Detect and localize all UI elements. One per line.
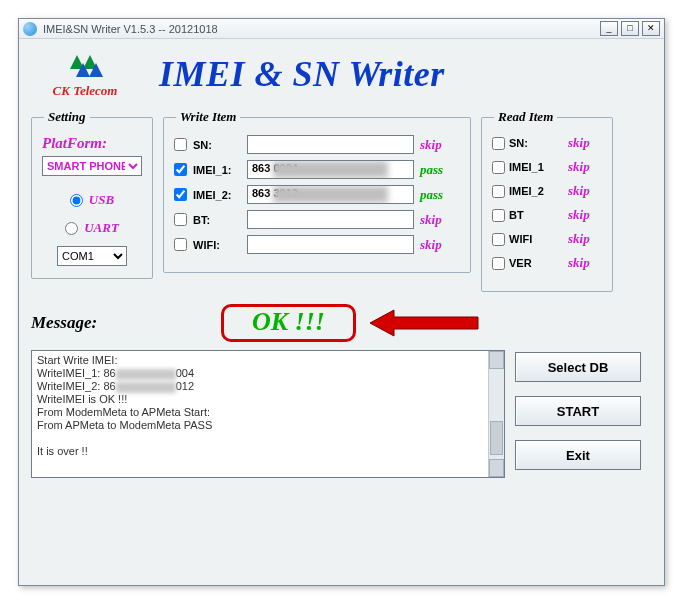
read-check[interactable] (492, 185, 505, 198)
logo-icon (55, 49, 115, 81)
read-check[interactable] (492, 257, 505, 270)
write-field[interactable] (247, 210, 414, 229)
usb-radio[interactable]: USB (70, 192, 114, 208)
log-line: From APMeta to ModemMeta PASS (37, 419, 499, 432)
write-field[interactable]: 863 3012 (247, 185, 414, 204)
message-row: Message: OK !!! (31, 304, 652, 342)
write-field[interactable] (247, 135, 414, 154)
log-line: WriteIMEI_2: 86012 (37, 380, 499, 393)
write-row: IMEI_2:863 3012pass (174, 185, 460, 204)
read-check[interactable] (492, 137, 505, 150)
read-status: skip (568, 231, 602, 247)
logo: CK Telecom (31, 49, 139, 99)
log-line: WriteIMEI_1: 86004 (37, 367, 499, 380)
write-status: skip (420, 137, 460, 153)
message-label: Message: (31, 313, 155, 333)
read-row: BTskip (492, 207, 602, 223)
write-check[interactable] (174, 213, 187, 226)
com-select[interactable]: COM1 (57, 246, 127, 266)
write-status: pass (420, 187, 460, 203)
titlebar: IMEI&SN Writer V1.5.3 -- 20121018 _ □ ✕ (19, 19, 664, 39)
app-title: IMEI & SN Writer (159, 53, 445, 95)
setting-legend: Setting (44, 109, 90, 125)
read-status: skip (568, 135, 602, 151)
read-row: WIFIskip (492, 231, 602, 247)
write-status: skip (420, 212, 460, 228)
read-status: skip (568, 183, 602, 199)
write-group: Write Item SN:skipIMEI_1:863 0004passIME… (163, 109, 471, 273)
ok-text: OK !!! (252, 307, 325, 336)
arrow-icon (370, 308, 480, 338)
scrollbar[interactable] (488, 351, 504, 477)
read-legend: Read Item (494, 109, 557, 125)
uart-radio[interactable]: UART (65, 220, 119, 236)
log-line: WriteIMEI is OK !!! (37, 393, 499, 406)
write-label: SN: (193, 139, 241, 151)
log-line: It is over !! (37, 445, 499, 458)
write-row: IMEI_1:863 0004pass (174, 160, 460, 179)
write-check[interactable] (174, 163, 187, 176)
scrollbar-thumb[interactable] (490, 421, 503, 455)
select-db-button[interactable]: Select DB (515, 352, 641, 382)
log-line: From ModemMeta to APMeta Start: (37, 406, 499, 419)
read-group: Read Item SN:skipIMEI_1skipIMEI_2skipBTs… (481, 109, 613, 292)
read-label: WIFI (509, 233, 564, 245)
write-row: WIFI:skip (174, 235, 460, 254)
read-label: SN: (509, 137, 564, 149)
read-row: SN:skip (492, 135, 602, 151)
read-label: IMEI_2 (509, 185, 564, 197)
maximize-button[interactable]: □ (621, 21, 639, 36)
write-field[interactable]: 863 0004 (247, 160, 414, 179)
write-field[interactable] (247, 235, 414, 254)
write-row: BT:skip (174, 210, 460, 229)
read-check[interactable] (492, 233, 505, 246)
log-line: Start Write IMEI: (37, 354, 499, 367)
message-log[interactable]: Start Write IMEI: WriteIMEI_1: 86004 Wri… (31, 350, 505, 478)
write-label: IMEI_2: (193, 189, 241, 201)
close-button[interactable]: ✕ (642, 21, 660, 36)
svg-marker-4 (370, 310, 478, 336)
read-label: IMEI_1 (509, 161, 564, 173)
read-status: skip (568, 207, 602, 223)
read-label: VER (509, 257, 564, 269)
connection-radios: USB UART (42, 192, 142, 236)
write-status: skip (420, 237, 460, 253)
read-check[interactable] (492, 161, 505, 174)
write-check[interactable] (174, 238, 187, 251)
minimize-button[interactable]: _ (600, 21, 618, 36)
write-check[interactable] (174, 138, 187, 151)
read-check[interactable] (492, 209, 505, 222)
write-status: pass (420, 162, 460, 178)
setting-group: Setting PlatForm: SMART PHONE USB UART (31, 109, 153, 279)
exit-button[interactable]: Exit (515, 440, 641, 470)
write-label: IMEI_1: (193, 164, 241, 176)
platform-label: PlatForm: (42, 135, 142, 152)
app-window: IMEI&SN Writer V1.5.3 -- 20121018 _ □ ✕ … (18, 18, 665, 586)
uart-radio-input[interactable] (65, 222, 78, 235)
platform-select[interactable]: SMART PHONE (42, 156, 142, 176)
start-button[interactable]: START (515, 396, 641, 426)
read-row: IMEI_2skip (492, 183, 602, 199)
usb-radio-input[interactable] (70, 194, 83, 207)
write-label: BT: (193, 214, 241, 226)
read-label: BT (509, 209, 564, 221)
read-row: IMEI_1skip (492, 159, 602, 175)
write-label: WIFI: (193, 239, 241, 251)
app-icon (23, 22, 37, 36)
write-legend: Write Item (176, 109, 240, 125)
write-check[interactable] (174, 188, 187, 201)
header: CK Telecom IMEI & SN Writer (31, 49, 652, 99)
read-row: VERskip (492, 255, 602, 271)
write-row: SN:skip (174, 135, 460, 154)
log-line (37, 432, 499, 445)
brand-text: CK Telecom (31, 83, 139, 99)
read-status: skip (568, 255, 602, 271)
read-status: skip (568, 159, 602, 175)
client-area: CK Telecom IMEI & SN Writer Setting Plat… (19, 39, 664, 490)
ok-highlight: OK !!! (221, 304, 356, 342)
window-title: IMEI&SN Writer V1.5.3 -- 20121018 (43, 23, 597, 35)
